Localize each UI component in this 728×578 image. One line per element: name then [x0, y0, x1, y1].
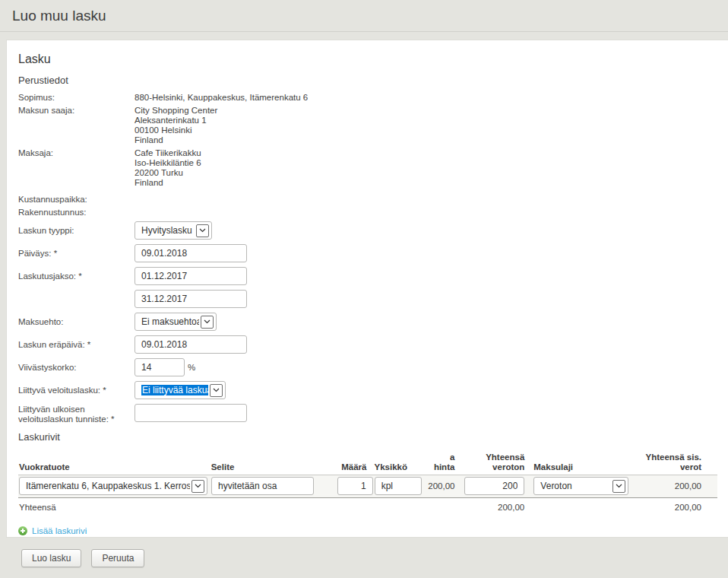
col-header-payment-type: Maksulaji: [533, 462, 628, 472]
select-value: Ei liittyvää laskua: [141, 385, 208, 395]
field-label: Laskun tyyppi:: [18, 226, 135, 236]
field-row-invoice-type: Laskun tyyppi: Hyvityslasku: [18, 221, 717, 240]
info-label: Rakennustunnus:: [18, 208, 135, 218]
invoice-form: Laskun tyyppi: Hyvityslasku Päiväys: * L…: [18, 221, 717, 424]
add-invoice-row-link[interactable]: Lisää laskurivi: [18, 526, 87, 535]
payment-term-select[interactable]: Ei maksuehtoa: [135, 313, 217, 331]
field-label: Maksuehto:: [18, 317, 135, 327]
invoice-rows-table: Vuokratuote Selite Määrä Yksikkö a hinta…: [18, 453, 717, 516]
field-row-billing-period-start: Laskutusjakso: *: [18, 267, 717, 285]
table-header-row: Vuokratuote Selite Määrä Yksikkö a hinta…: [18, 453, 717, 475]
select-value: Ei maksuehtoa: [135, 316, 199, 327]
billing-period-start-input[interactable]: [135, 267, 247, 285]
col-header-total-incl: Yhteensä sis. verot: [628, 453, 701, 472]
col-header-unit: Yksikkö: [375, 462, 422, 472]
info-value: Finland: [135, 135, 217, 145]
field-row-related-invoice: Liittyvä veloituslasku: * Ei liittyvää l…: [18, 381, 717, 399]
totals-incl-value: 200,00: [628, 503, 701, 512]
invoice-section-title: Lasku: [18, 52, 717, 66]
field-row-external-id: Liittyvän ulkoisen veloituslaskun tunnis…: [18, 404, 717, 424]
table-row: Itämerenkatu 6, Kauppakeskus 1. Kerros, …: [18, 475, 717, 498]
chevron-down-icon: [191, 480, 204, 493]
payment-type-select[interactable]: Veroton: [533, 477, 628, 495]
select-value: Veroton: [534, 481, 611, 491]
due-date-input[interactable]: [135, 335, 247, 354]
col-header-total-excl: Yhteensä veroton: [464, 453, 524, 472]
info-value: 880-Helsinki, Kauppakeskus, Itämerenkatu…: [135, 93, 308, 103]
field-row-payment-term: Maksuehto: Ei maksuehtoa: [18, 313, 717, 331]
invoice-card: Lasku Perustiedot Sopimus: 880-Helsinki,…: [6, 40, 728, 538]
field-label: Laskutusjakso: *: [18, 272, 135, 281]
select-value: Itämerenkatu 6, Kauppakeskus 1. Kerros, …: [20, 481, 190, 491]
select-value: Hyvityslasku: [135, 225, 195, 236]
info-row-kustannuspaikka: Kustannuspaikka:: [18, 195, 717, 205]
quantity-input[interactable]: [337, 477, 373, 495]
col-header-description: Selite: [211, 462, 314, 472]
total-incl-value: 200,00: [628, 481, 701, 491]
info-value: City Shopping Center: [135, 106, 217, 116]
info-label: Kustannuspaikka:: [18, 195, 135, 205]
chevron-down-icon: [196, 224, 209, 237]
add-icon: [18, 526, 27, 535]
create-invoice-button[interactable]: Luo lasku: [21, 549, 81, 567]
info-value: Cafe Tiikerikakku: [135, 148, 201, 158]
basic-info: Sopimus: 880-Helsinki, Kauppakeskus, Itä…: [18, 93, 717, 218]
info-row-maksun-saaja: Maksun saaja: City Shopping Center Aleks…: [18, 106, 717, 145]
info-value: Aleksanterinkatu 1: [135, 116, 217, 125]
field-row-date: Päiväys: *: [18, 244, 717, 262]
page-title: Luo muu lasku: [12, 8, 106, 24]
col-header-unit-price: a hinta: [421, 453, 454, 472]
totals-label: Yhteensä: [19, 503, 207, 512]
field-row-late-interest: Viivästyskorko: %: [18, 358, 717, 376]
footer-actions: Luo lasku Peruuta: [21, 549, 728, 567]
field-label: Liittyvän ulkoisen veloituslaskun tunnis…: [18, 404, 135, 424]
totals-row: Yhteensä 200,00 200,00: [18, 498, 717, 516]
info-value: 20200 Turku: [135, 168, 201, 178]
chevron-down-icon: [612, 480, 625, 493]
date-input[interactable]: [135, 244, 247, 262]
percent-suffix: %: [188, 363, 195, 372]
info-value: Finland: [135, 178, 201, 188]
field-row-due-date: Laskun eräpäivä: *: [18, 335, 717, 354]
basics-section-title: Perustiedot: [18, 75, 717, 86]
description-input[interactable]: [211, 477, 314, 495]
info-value: 00100 Helsinki: [135, 125, 217, 135]
info-label: Maksaja:: [18, 148, 135, 188]
field-label: Liittyvä veloituslasku: *: [18, 386, 135, 395]
info-row-sopimus: Sopimus: 880-Helsinki, Kauppakeskus, Itä…: [18, 93, 717, 103]
invoice-type-select[interactable]: Hyvityslasku: [135, 221, 212, 240]
info-label: Maksun saaja:: [18, 106, 135, 145]
billing-period-end-input[interactable]: [135, 290, 247, 308]
external-id-input[interactable]: [135, 404, 247, 422]
unit-price-value: 200,00: [422, 481, 455, 491]
field-label: Laskun eräpäivä: *: [18, 340, 135, 350]
info-row-rakennustunnus: Rakennustunnus:: [18, 208, 717, 218]
info-label: Sopimus:: [18, 93, 135, 103]
info-row-maksaja: Maksaja: Cafe Tiikerikakku Iso-Heikkilän…: [18, 148, 717, 188]
unit-input[interactable]: [375, 477, 422, 495]
col-header-quantity: Määrä: [337, 462, 373, 472]
late-interest-input[interactable]: [135, 358, 185, 376]
total-excl-input[interactable]: [464, 477, 525, 495]
product-select[interactable]: Itämerenkatu 6, Kauppakeskus 1. Kerros, …: [19, 477, 207, 495]
rows-section-title: Laskurivit: [18, 431, 717, 443]
field-label: Päiväys: *: [18, 249, 135, 259]
info-value: Iso-Heikkiläntie 6: [135, 158, 201, 168]
add-row-label: Lisää laskurivi: [32, 526, 87, 535]
field-label: Viivästyskorko:: [18, 363, 135, 373]
related-invoice-select[interactable]: Ei liittyvää laskua: [135, 381, 226, 399]
field-row-billing-period-end: [18, 290, 717, 308]
page-header: Luo muu lasku: [0, 0, 728, 32]
chevron-down-icon: [201, 316, 214, 329]
cancel-button[interactable]: Peruuta: [91, 549, 144, 567]
totals-excl-value: 200,00: [464, 503, 524, 512]
chevron-down-icon: [210, 384, 223, 397]
col-header-product: Vuokratuote: [19, 462, 207, 472]
